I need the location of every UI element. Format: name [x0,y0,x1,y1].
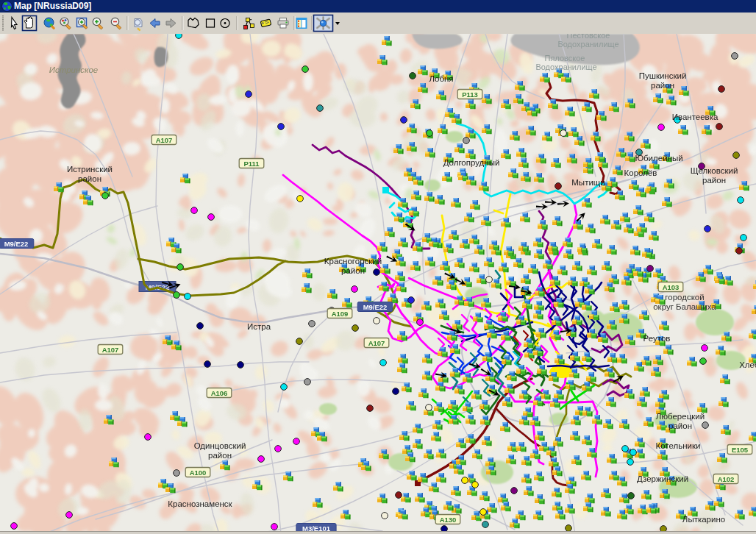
svg-text:А107: А107 [368,339,385,347]
svg-text:М9/Е22: М9/Е22 [363,303,388,311]
svg-text:А100: А100 [190,469,207,477]
svg-text:район: район [78,174,101,183]
svg-text:Водохранилище: Водохранилище [557,40,618,49]
svg-text:Водохранилище: Водохранилище [535,63,596,71]
svg-text:Одинцовский: Одинцовский [194,441,246,450]
svg-text:Лыткарино: Лыткарино [682,515,725,524]
svg-text:Истринское: Истринское [49,65,99,74]
svg-text:Ивантеевка: Ивантеевка [672,113,718,121]
svg-text:Лобня: Лобня [429,74,453,83]
svg-text:район: район [341,266,365,275]
svg-text:Хлебн: Хлебн [739,360,756,369]
svg-text:Истра: Истра [247,322,271,331]
svg-text:район: район [668,421,692,430]
svg-text:Краснознаменск: Краснознаменск [168,499,232,508]
svg-text:Реутов: Реутов [643,334,671,343]
svg-text:Королёв: Королёв [624,168,657,177]
svg-text:А106: А106 [211,389,228,397]
svg-text:Р111: Р111 [243,160,260,168]
svg-text:Пестовское: Пестовское [567,34,610,40]
svg-text:Е105: Е105 [732,446,749,454]
svg-text:Мытищи: Мытищи [571,178,605,187]
svg-text:Дзержинский: Дзержинский [637,474,688,483]
svg-text:А102: А102 [718,475,735,483]
svg-text:Люберецкий: Люберецкий [656,412,705,421]
svg-text:Пяловское: Пяловское [545,54,585,63]
svg-text:округ Балашиха: округ Балашиха [653,302,716,311]
svg-text:район: район [702,176,726,185]
svg-text:район: район [208,451,232,460]
svg-text:А103: А103 [663,283,680,291]
svg-text:Истринский: Истринский [67,165,113,174]
svg-text:район: район [651,81,674,90]
svg-text:А109: А109 [332,310,349,318]
svg-text:А107: А107 [156,136,173,144]
svg-text:Щелковский: Щелковский [691,166,738,175]
svg-text:М9/Е22: М9/Е22 [4,240,29,248]
svg-text:Котельники: Котельники [656,441,701,450]
svg-text:М3/Е101: М3/Е101 [302,524,331,532]
svg-text:Р113: Р113 [462,90,478,99]
svg-text:Юбилейный: Юбилейный [635,154,682,163]
svg-text:А107: А107 [102,346,119,354]
svg-text:А130: А130 [440,516,457,524]
svg-text:Пушкинский: Пушкинский [639,71,687,80]
svg-text:Долгопрудный: Долгопрудный [443,158,500,167]
svg-text:городской: городской [665,293,704,302]
svg-text:Красногорский: Красногорский [324,257,382,266]
